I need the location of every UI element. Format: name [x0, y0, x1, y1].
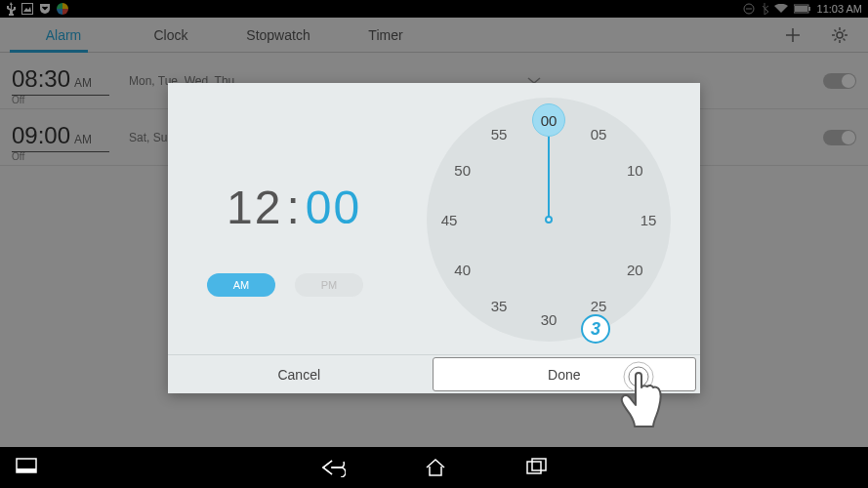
system-nav-bar — [0, 447, 868, 488]
minute-tick-10[interactable]: 10 — [620, 162, 649, 179]
back-icon[interactable] — [320, 458, 346, 477]
minute-tick-40[interactable]: 40 — [448, 262, 477, 278]
dial-center — [545, 216, 553, 224]
dial-hand — [548, 122, 550, 220]
minute-display[interactable]: 00 — [306, 181, 361, 234]
minute-tick-50[interactable]: 50 — [448, 162, 477, 179]
step-annotation: 3 — [581, 314, 610, 344]
minute-tick-00[interactable]: 00 — [532, 103, 565, 137]
hour-display[interactable]: 12 — [227, 181, 282, 234]
home-icon[interactable] — [424, 458, 447, 477]
done-button[interactable]: Done — [433, 357, 697, 391]
minute-tick-55[interactable]: 55 — [484, 125, 514, 142]
recents-icon[interactable] — [525, 458, 549, 475]
time-display: 12 : 00 — [227, 181, 361, 234]
svg-rect-23 — [527, 462, 541, 473]
am-toggle[interactable]: AM — [207, 273, 275, 297]
minute-tick-20[interactable]: 20 — [620, 262, 649, 278]
minute-tick-15[interactable]: 15 — [634, 212, 663, 228]
minute-tick-45[interactable]: 45 — [434, 212, 464, 228]
time-picker-dialog: 12 : 00 AM PM 000510152025303540455055 3… — [168, 83, 700, 393]
minute-tick-05[interactable]: 05 — [584, 125, 613, 142]
svg-rect-24 — [532, 459, 546, 470]
cancel-button[interactable]: Cancel — [168, 355, 431, 393]
minute-tick-25[interactable]: 25 — [584, 298, 613, 314]
svg-rect-22 — [17, 468, 36, 472]
pm-toggle[interactable]: PM — [295, 273, 363, 297]
minute-dial[interactable]: 000510152025303540455055 — [427, 98, 671, 342]
minute-tick-30[interactable]: 30 — [534, 311, 563, 328]
recents-alt-icon[interactable] — [16, 458, 37, 473]
minute-tick-35[interactable]: 35 — [484, 298, 514, 314]
